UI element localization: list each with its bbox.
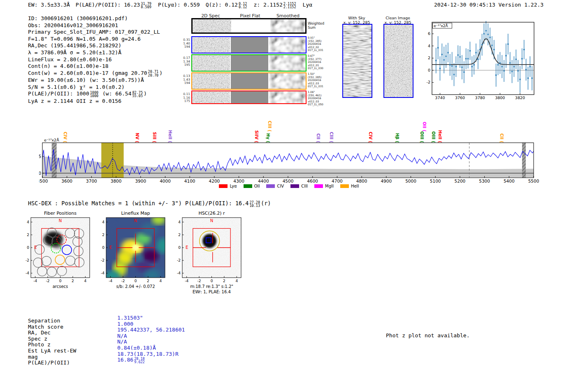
- table-row: Spec zN/A: [28, 333, 201, 339]
- legend-label: CIV: [277, 184, 284, 188]
- legend-swatch: [244, 184, 252, 188]
- svg-text:-2: -2: [121, 279, 125, 283]
- stacked-uncertainty: 20.7120.70: [148, 70, 159, 77]
- svg-text:4: 4: [84, 279, 86, 283]
- cutout-row-left-stats: 0.171.34195: [179, 56, 190, 67]
- text-segment: ID: 3006916201 (3006916201.pdf): [28, 15, 128, 21]
- date-version: 2024-12-30 09:45:13 Version 1.22.3: [434, 2, 543, 8]
- stacked-uncertainty: 0.120.12: [239, 2, 247, 9]
- svg-text:s/b: 2.04 +/- 0.072: s/b: 2.04 +/- 0.072: [116, 284, 155, 289]
- svg-text:4: 4: [428, 44, 430, 48]
- info-line: LineFlux = 2.80(±0.60)e-16: [28, 56, 163, 63]
- cutout-row: [191, 54, 307, 72]
- svg-text:NV (: NV (: [135, 133, 139, 143]
- svg-text:5000: 5000: [405, 179, 416, 183]
- table-row: mag18.73(18.73,18.73)R: [28, 351, 201, 357]
- detection-info-block: ID: 3006916201 (3006916201.pdf)Obs: 2020…: [28, 15, 163, 105]
- svg-text:3740: 3740: [435, 95, 445, 100]
- svg-text:4300: 4300: [233, 179, 244, 183]
- info-line: LyA z = 2.1144 OII z = 0.0156: [28, 98, 163, 105]
- legend-item: Lyα: [219, 184, 237, 188]
- info-line: Obs: 20200416v012_3006916201: [28, 22, 163, 29]
- with-sky-image: [342, 24, 372, 98]
- header-segment: P(Lyα): 0.559: [158, 2, 200, 8]
- table-row-value: N/A: [117, 339, 127, 345]
- svg-text:4800: 4800: [356, 179, 367, 183]
- svg-text:5: 5: [39, 154, 41, 159]
- svg-text:0: 0: [211, 279, 213, 283]
- svg-text:0: 0: [428, 68, 430, 72]
- header-segment: z: 2.1152: [253, 2, 282, 8]
- text-segment: Obs: 20200416v012_3006916201: [28, 22, 118, 28]
- svg-text:3820: 3820: [515, 95, 525, 100]
- table-row: P(LAE)/P(OII)16.8628.189.622: [28, 357, 201, 363]
- svg-text:4: 4: [27, 220, 29, 224]
- header-segment: Q(z): 0.12: [206, 2, 238, 8]
- svg-text:-2: -2: [177, 258, 181, 262]
- svg-text:5200: 5200: [455, 179, 466, 183]
- svg-text:3700: 3700: [86, 179, 97, 183]
- cutout-row-left-stats: 0.131.43194: [179, 74, 190, 85]
- table-row-value: 1.000: [117, 321, 133, 327]
- svg-text:EWr: 1, PLAE: 16.4: EWr: 1, PLAE: 16.4: [193, 290, 231, 294]
- text-segment: P(LAE)/P(OII): 1000: [28, 90, 89, 97]
- svg-text:2: 2: [223, 279, 225, 283]
- svg-text:e⁻¹⁷x2Å: e⁻¹⁷x2Å: [434, 23, 448, 28]
- svg-text:2: 2: [102, 233, 105, 237]
- with-sky-title: With Skyx, y: 152, 285: [338, 16, 375, 25]
- table-row-value: 195.442337, 56.218601: [117, 327, 185, 333]
- cutout-row-annotation: 0.91"(152, 285)20200416v012_02017_LL_031: [308, 37, 323, 52]
- svg-text:3760: 3760: [455, 95, 465, 100]
- svg-text:arcsecs: arcsecs: [53, 284, 68, 289]
- svg-text:-2: -2: [427, 80, 430, 84]
- svg-text:5500: 5500: [528, 179, 539, 183]
- header-segment: P(LAE)/P(OII): 16.23: [76, 2, 140, 8]
- info-line: λ = 3786.09Å σ = 5.20(±1.32)Å: [28, 49, 163, 56]
- svg-text:2: 2: [147, 279, 149, 283]
- svg-text:2: 2: [27, 233, 29, 237]
- text-segment: LyA z = 2.1144 OII z = 0.0156: [28, 98, 121, 104]
- svg-text:Hβ (: Hβ (: [395, 133, 399, 143]
- svg-text:4700: 4700: [332, 179, 343, 183]
- svg-text:4100: 4100: [184, 179, 195, 183]
- svg-text:-2: -2: [197, 279, 201, 283]
- svg-text:OII (: OII (: [422, 122, 427, 132]
- svg-text:4500: 4500: [283, 179, 294, 183]
- legend-swatch: [340, 184, 349, 188]
- svg-text:-4: -4: [185, 279, 188, 283]
- svg-text:4: 4: [235, 279, 238, 283]
- svg-text:4: 4: [159, 279, 162, 283]
- svg-text:HeII (: HeII (: [168, 130, 172, 143]
- table-row: RA, Dec195.442337, 56.218601: [28, 327, 201, 333]
- svg-text:0: 0: [59, 279, 62, 283]
- full-spectrum-plot: 0535003600370038003900400041004200430044…: [39, 109, 539, 184]
- clean-image-title: Clean Imagex, y: 152, 285: [379, 16, 416, 25]
- info-line: Cont(n) = 4.60(±1.00)e-18: [28, 63, 163, 70]
- svg-text:-4: -4: [33, 279, 37, 283]
- svg-text:4: 4: [178, 220, 181, 224]
- lineflux-map-panel: Lineflux Map-4-4-2-2002244NEs/b: 2.04 +/…: [98, 211, 170, 299]
- legend-item: OII: [244, 184, 260, 188]
- legend-label: HeII: [351, 184, 359, 188]
- text-segment: EWr = 19.00(±6.10) (w: 3.50(±0.75))Å: [28, 77, 144, 83]
- legend-label: OII: [254, 184, 260, 188]
- svg-text:0: 0: [178, 246, 181, 250]
- svg-text:3600: 3600: [61, 179, 72, 183]
- fiber-positions-panel: Fiber Positions-4-4-2-2002244NEarcsecs: [23, 211, 95, 299]
- header-segment: Lyα: [303, 2, 312, 8]
- svg-text:4400: 4400: [258, 179, 269, 183]
- legend-label: Lyα: [230, 184, 237, 188]
- stacked-uncertainty: 31.798.509: [141, 2, 151, 9]
- legend-swatch: [314, 184, 323, 188]
- hsc-dex-header: HSC-DEX : Possible Matches = 1 (within +…: [28, 200, 271, 208]
- legend-label: MgII: [325, 184, 334, 188]
- legend-swatch: [219, 184, 228, 188]
- cutout-row-annotation: 0.67"(152, 277)20200416v012_01017_LL_030: [308, 55, 323, 70]
- svg-text:CIV (: CIV (: [63, 132, 67, 143]
- svg-text:0: 0: [27, 246, 29, 250]
- text-segment: F=1.8" T=0.096 N=1.05 A=0.90 g=24.6: [28, 36, 141, 42]
- svg-text:HSC(26.2) r: HSC(26.2) r: [198, 211, 225, 216]
- svg-text:N: N: [59, 218, 62, 223]
- svg-text:-4: -4: [26, 271, 29, 275]
- svg-text:3500: 3500: [39, 179, 48, 183]
